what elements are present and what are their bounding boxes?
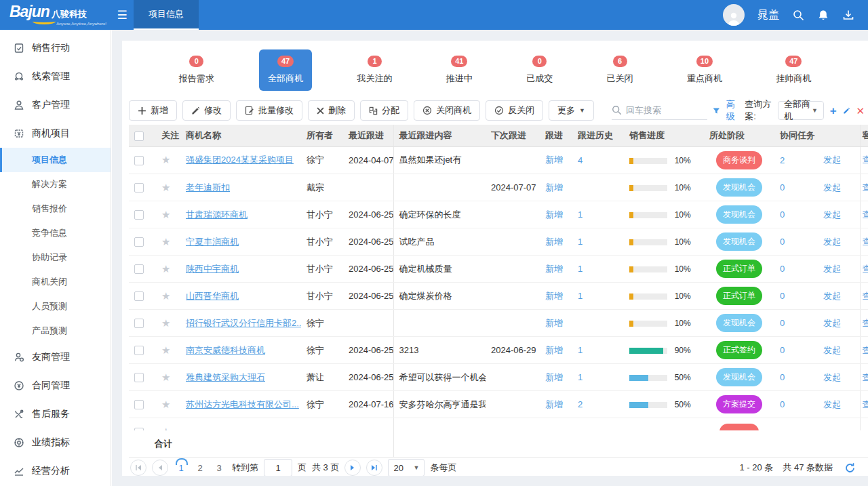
row-checkbox[interactable] (134, 346, 144, 355)
row-checkbox[interactable] (134, 210, 144, 220)
sidebar-item-sub[interactable]: 销售报价 (0, 197, 111, 221)
toolbar-button[interactable]: 分配 (360, 100, 408, 121)
sidebar-item-sub[interactable]: 商机关闭 (0, 270, 111, 294)
sidebar-item-sub[interactable]: 项目信息 (0, 148, 111, 172)
opportunity-name-link[interactable]: 强盛集团2024某某采购项目 (186, 155, 294, 165)
add-plan-icon[interactable]: + (830, 105, 837, 117)
sidebar-item-sub[interactable]: 解决方案 (0, 172, 111, 197)
follow-history-count[interactable]: 4 (578, 155, 583, 165)
toolbar-button[interactable]: 修改 (182, 100, 231, 121)
start-task-link[interactable]: 发起 (823, 264, 841, 274)
sidebar-item-group[interactable]: 经营分析 (0, 457, 111, 485)
opportunity-name-link[interactable]: 山西晋华商机 (186, 291, 239, 301)
start-task-link[interactable]: 发起 (823, 182, 841, 193)
start-task-link[interactable]: 发起 (823, 345, 841, 355)
opportunity-name-link[interactable]: 宁夏丰润商机 (186, 237, 239, 247)
star-icon[interactable]: ★ (161, 236, 170, 247)
sidebar-item-sub[interactable]: 竞争信息 (0, 221, 111, 245)
add-follow-link[interactable]: 新增 (545, 291, 563, 301)
page-number[interactable]: 1 (174, 463, 189, 473)
page-number[interactable]: 3 (212, 463, 226, 473)
opportunity-name-link[interactable]: 招行银行武汉分行信用卡部2... (186, 318, 301, 328)
task-count-link[interactable]: 2 (780, 155, 785, 165)
follow-history-count[interactable]: 1 (578, 237, 583, 247)
add-follow-link[interactable]: 新增 (545, 209, 563, 220)
row-checkbox[interactable] (134, 237, 144, 247)
hamburger-menu-icon[interactable]: ☰ (111, 0, 134, 30)
star-icon[interactable]: ★ (161, 154, 170, 165)
user-avatar[interactable] (723, 4, 745, 26)
delete-plan-icon[interactable]: ✕ (856, 106, 865, 116)
row-checkbox[interactable] (134, 264, 144, 274)
stats-tab[interactable]: 0 已成交 (517, 49, 561, 91)
prev-page-button[interactable] (152, 460, 168, 476)
star-icon[interactable]: ★ (161, 344, 170, 356)
opportunity-name-link[interactable]: 雅典建筑采购大理石 (186, 372, 265, 382)
download-icon[interactable] (842, 9, 854, 21)
start-task-link[interactable]: 发起 (823, 209, 841, 220)
toolbar-button[interactable]: 批量修改 (236, 100, 302, 121)
task-count-link[interactable]: 0 (780, 291, 785, 301)
follow-history-count[interactable]: 2 (578, 399, 583, 409)
sidebar-item-group[interactable]: 友商管理 (0, 343, 111, 371)
start-task-link[interactable]: 发起 (823, 399, 841, 409)
star-icon[interactable]: ★ (161, 399, 170, 410)
last-page-button[interactable] (366, 460, 382, 476)
bell-icon[interactable] (817, 9, 829, 21)
star-icon[interactable]: ★ (161, 426, 170, 430)
stats-tab[interactable]: 0 报告需求 (170, 49, 223, 91)
star-icon[interactable]: ★ (161, 290, 170, 302)
goto-page-input[interactable] (264, 459, 292, 476)
add-follow-link[interactable]: 新增 (545, 372, 563, 382)
opportunity-name-link[interactable]: 甘肃瑞源环商机 (186, 209, 248, 220)
add-follow-link[interactable]: 新增 (545, 264, 563, 274)
sidebar-item-group[interactable]: 业绩指标 (0, 428, 111, 457)
row-checkbox[interactable] (134, 373, 144, 382)
search-icon[interactable] (792, 9, 804, 21)
next-page-button[interactable] (344, 460, 361, 476)
first-page-button[interactable] (130, 460, 146, 476)
sidebar-item-sub[interactable]: 人员预测 (0, 294, 111, 319)
star-icon[interactable]: ★ (161, 371, 170, 383)
advanced-search-link[interactable]: 高级 (726, 98, 739, 123)
start-task-link[interactable]: 发起 (823, 237, 841, 247)
edit-plan-icon[interactable] (843, 106, 850, 116)
start-task-link[interactable]: 发起 (823, 155, 841, 165)
sidebar-item-group[interactable]: 售后服务 (0, 400, 111, 428)
task-count-link[interactable]: 0 (780, 182, 785, 193)
add-follow-link[interactable]: 新增 (545, 237, 563, 247)
sidebar-item-sub[interactable]: 产品预测 (0, 319, 111, 343)
username[interactable]: 晁盖 (757, 8, 779, 22)
sidebar-item-group[interactable]: 合同管理 (0, 371, 111, 400)
refresh-icon[interactable] (842, 460, 857, 475)
stats-tab[interactable]: 47 挂帅商机 (767, 49, 820, 91)
stats-tab[interactable]: 41 推进中 (437, 49, 481, 91)
start-task-link[interactable]: 发起 (823, 318, 841, 328)
toolbar-button[interactable]: 新增 (129, 100, 177, 121)
stats-tab[interactable]: 47 全部商机 (259, 49, 312, 91)
follow-history-count[interactable]: 1 (578, 372, 583, 382)
follow-history-count[interactable]: 1 (578, 264, 583, 274)
add-follow-link[interactable]: 新增 (545, 345, 563, 355)
sidebar-item-group[interactable]: 商机项目 (0, 119, 111, 148)
toolbar-button[interactable]: 反关闭 (486, 100, 543, 121)
page-number[interactable]: 2 (193, 463, 208, 473)
sidebar-item-group[interactable]: 销售行动 (0, 34, 111, 62)
query-plan-select[interactable]: 全部商机 ▼ (778, 101, 824, 120)
opportunity-name-link[interactable]: 老年迪斯扣 (186, 182, 230, 193)
star-icon[interactable]: ★ (161, 182, 170, 193)
follow-history-count[interactable]: 1 (578, 291, 583, 301)
star-icon[interactable]: ★ (161, 317, 170, 329)
toolbar-button[interactable]: 关闭商机 (414, 100, 480, 121)
search-input[interactable] (626, 105, 707, 115)
stats-tab[interactable]: 10 重点商机 (678, 49, 731, 91)
task-count-link[interactable]: 0 (780, 318, 785, 328)
start-task-link[interactable]: 发起 (823, 372, 841, 382)
page-size-select[interactable]: 20 ▼ (388, 459, 425, 476)
row-checkbox[interactable] (134, 183, 144, 193)
follow-history-count[interactable]: 1 (578, 209, 583, 220)
task-count-link[interactable]: 0 (780, 264, 785, 274)
add-follow-link[interactable]: 新增 (545, 399, 563, 409)
row-checkbox[interactable] (134, 156, 144, 165)
opportunity-name-link[interactable]: 南京安威德科技商机 (186, 345, 265, 355)
